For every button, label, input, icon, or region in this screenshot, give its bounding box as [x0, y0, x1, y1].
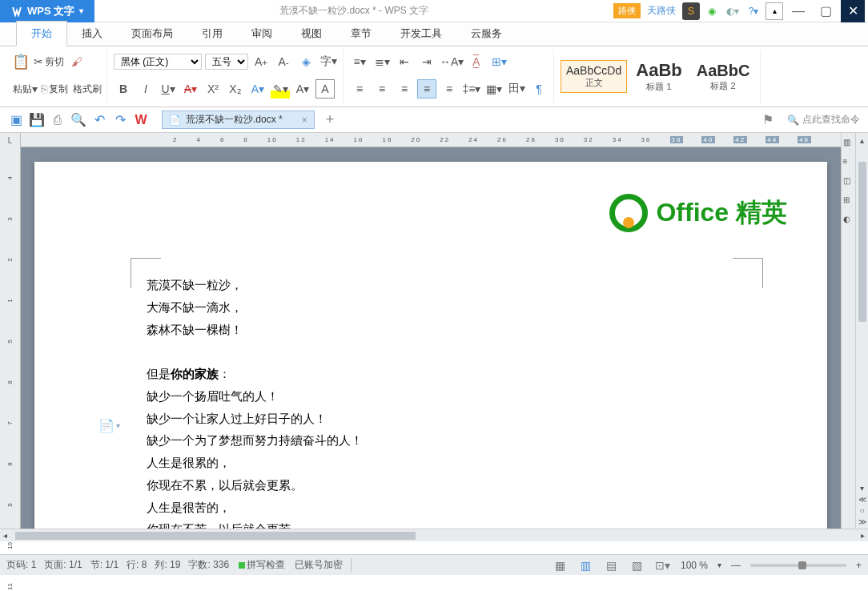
tab-cloud[interactable]: 云服务 [456, 22, 516, 46]
panel-icon-3[interactable]: ◫ [843, 176, 854, 187]
view-web-icon[interactable]: ▧ [629, 557, 645, 573]
superscript-button[interactable]: X² [203, 79, 223, 98]
status-words[interactable]: 字数: 336 [188, 558, 229, 572]
clear-format-icon[interactable]: ◈ [296, 52, 315, 71]
new-tab-button[interactable]: + [326, 111, 335, 128]
panel-icon-5[interactable]: ◐ [843, 215, 854, 226]
browse-object-icon[interactable]: ○ [857, 505, 868, 516]
cut-button[interactable]: ✂剪切 [34, 52, 64, 71]
user-badge[interactable]: 路侠 [613, 3, 641, 18]
page[interactable]: Office 精英 📄▾ 荒漠不缺一粒沙，大海不缺一滴水，森林不缺一棵樹！ 但是… [34, 162, 827, 529]
tab-review[interactable]: 审阅 [237, 22, 287, 46]
panel-icon-1[interactable]: ▥ [843, 138, 854, 149]
show-marks-button[interactable]: ¶ [529, 79, 549, 98]
align-left-button[interactable]: ≡ [350, 79, 369, 98]
paste-button[interactable]: 粘贴▾ [11, 79, 38, 98]
close-tab-icon[interactable]: × [302, 115, 307, 126]
font-color-button[interactable]: A▾ [248, 79, 267, 98]
format-brush-icon[interactable]: 🖌 [67, 52, 86, 71]
shrink-font-icon[interactable]: A- [274, 52, 293, 71]
strike-button[interactable]: A▾ [181, 79, 200, 98]
font-name-select[interactable]: 黑体 (正文) [114, 54, 202, 70]
style-h1[interactable]: AaBb 标题 1 [630, 56, 687, 97]
style-h2[interactable]: AaBbC 标题 2 [691, 58, 756, 96]
numbering-button[interactable]: ≣▾ [372, 52, 392, 71]
tab-references[interactable]: 引用 [187, 22, 237, 46]
status-spell[interactable]: 拼写检查 [239, 558, 285, 572]
align-justify-button[interactable]: ≡ [417, 79, 436, 98]
scroll-right-icon[interactable]: ▸ [858, 531, 868, 540]
view-fullscreen-icon[interactable]: ⊡▾ [655, 557, 671, 573]
para-tools-button[interactable]: ⊞▾ [489, 52, 508, 71]
panel-icon-4[interactable]: ⊞ [843, 195, 854, 207]
tab-layout[interactable]: 页面布局 [117, 22, 187, 46]
char-scale-button[interactable]: ↔A▾ [440, 52, 464, 71]
view-read-icon[interactable]: ▥ [578, 557, 594, 573]
format-brush-button[interactable]: 格式刷 [71, 79, 102, 98]
collapse-ribbon-icon[interactable]: ▴ [766, 2, 783, 20]
tab-view[interactable]: 视图 [287, 22, 336, 46]
maximize-button[interactable]: ▢ [814, 0, 838, 22]
zoom-value[interactable]: 100 % [681, 560, 708, 571]
underline-button[interactable]: U▾ [159, 79, 178, 98]
tab-insert[interactable]: 插入 [67, 22, 117, 46]
search-command[interactable]: 🔍 点此查找命令 [779, 113, 868, 127]
view-print-icon[interactable]: ▦ [553, 557, 569, 573]
new-doc-icon[interactable]: ▣ [6, 111, 26, 130]
status-encrypt[interactable]: 已账号加密 [295, 558, 352, 572]
zoom-in-button[interactable]: + [856, 560, 862, 571]
italic-button[interactable]: I [136, 79, 155, 98]
highlight-button[interactable]: ✎▾ [271, 79, 290, 98]
align-center-button[interactable]: ≡ [372, 79, 392, 98]
line-height-button[interactable]: ‡≡▾ [462, 79, 481, 98]
font-size-select[interactable]: 五号 [205, 54, 248, 70]
grow-font-icon[interactable]: A+ [251, 52, 271, 71]
user-name[interactable]: 天路侠 [644, 4, 679, 18]
line-spacing-button[interactable]: A̲̅ [467, 52, 486, 71]
change-case-icon[interactable]: 字▾ [319, 52, 338, 71]
view-outline-icon[interactable]: ▤ [604, 557, 620, 573]
redo-icon[interactable]: ↷ [111, 111, 130, 130]
subscript-button[interactable]: X₂ [226, 79, 245, 98]
minimize-button[interactable]: — [786, 0, 810, 22]
zoom-out-button[interactable]: — [731, 560, 741, 571]
zoom-slider[interactable] [750, 564, 846, 567]
next-page-icon[interactable]: ≫ [857, 516, 868, 527]
paragraph-menu-icon[interactable]: 📄▾ [98, 418, 120, 433]
wps-logo-icon[interactable]: W [131, 111, 151, 130]
close-button[interactable]: ✕ [841, 0, 865, 22]
char-border-button[interactable]: A▾ [293, 79, 312, 98]
paste-icon[interactable]: 📋 [11, 52, 30, 71]
tab-home[interactable]: 开始 [16, 21, 67, 46]
hscroll-thumb[interactable] [15, 532, 416, 540]
status-page-total[interactable]: 页面: 1/1 [44, 558, 82, 572]
cloud-icon[interactable]: ◉ [703, 2, 721, 20]
panel-icon-2[interactable]: ≡ [843, 157, 854, 168]
hex-icon[interactable]: S [682, 2, 700, 20]
prev-page-icon[interactable]: ≪ [857, 493, 868, 505]
horizontal-scrollbar[interactable]: ◂ ▸ [0, 529, 868, 541]
char-shading-button[interactable]: A [315, 79, 335, 98]
bold-button[interactable]: B [114, 79, 133, 98]
document-tab[interactable]: 📄 荒漠不缺一粒沙.docx * × [162, 111, 315, 129]
print-icon[interactable]: ⎙ [48, 111, 67, 130]
tab-chapter[interactable]: 章节 [336, 22, 386, 46]
vertical-scrollbar[interactable]: ▴ ▾ ≪ ○ ≫ [855, 133, 868, 529]
status-page-no[interactable]: 页码: 1 [6, 558, 36, 572]
indent-dec-button[interactable]: ⇤ [395, 52, 414, 71]
borders-button[interactable]: 田▾ [507, 79, 526, 98]
scroll-thumb[interactable] [858, 162, 866, 322]
flag-icon[interactable]: ⚑ [758, 111, 778, 130]
scroll-left-icon[interactable]: ◂ [0, 531, 10, 540]
help-icon[interactable]: ?▾ [745, 2, 762, 20]
shading-button[interactable]: ▦▾ [484, 79, 504, 98]
status-col[interactable]: 列: 19 [155, 558, 180, 572]
status-section[interactable]: 节: 1/1 [90, 558, 119, 572]
style-normal[interactable]: AaBbCcDd 正文 [561, 60, 627, 93]
align-distribute-button[interactable]: ≡ [440, 79, 459, 98]
status-line[interactable]: 行: 8 [127, 558, 147, 572]
undo-icon[interactable]: ↶ [90, 111, 109, 130]
copy-button[interactable]: ⎘复制 [41, 79, 68, 98]
scroll-down-icon[interactable]: ▾ [857, 482, 868, 493]
tab-developer[interactable]: 开发工具 [386, 22, 456, 46]
